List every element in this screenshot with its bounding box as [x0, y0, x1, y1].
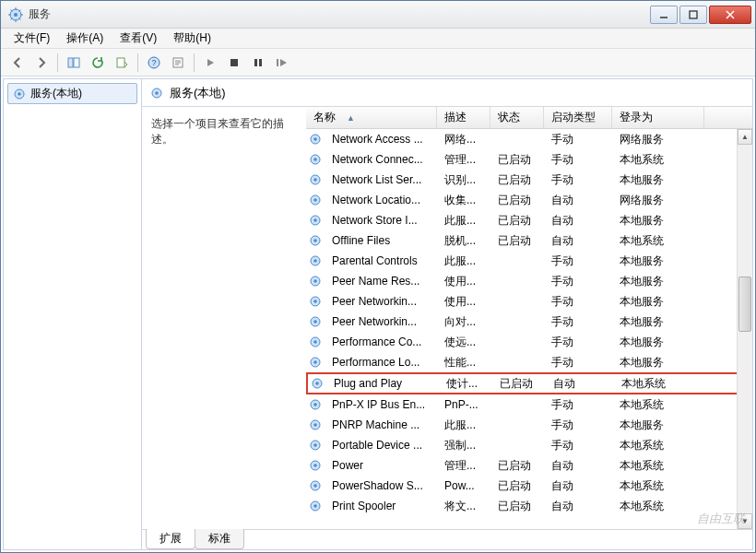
table-row[interactable]: Network Locatio...收集...已启动自动网络服务 [306, 190, 752, 210]
cell-login: 本地系统 [614, 458, 706, 474]
scroll-down-button[interactable]: ▼ [738, 513, 752, 529]
table-row[interactable]: Network Access ...网络...手动网络服务 [306, 129, 752, 149]
table-row[interactable]: Parental Controls此服...手动本地服务 [306, 251, 752, 271]
gear-icon [308, 253, 323, 268]
help-button[interactable]: ? [143, 52, 165, 74]
cell-desc: 脱机... [439, 233, 492, 249]
menu-file[interactable]: 文件(F) [6, 29, 57, 48]
svg-point-20 [313, 158, 317, 161]
cell-start: 自动 [546, 478, 614, 494]
column-header-status[interactable]: 状态 [490, 107, 544, 128]
cell-login: 本地服务 [614, 172, 706, 188]
cell-name: Print Spooler [326, 500, 439, 512]
table-row[interactable]: PnP-X IP Bus En...PnP-...手动本地系统 [306, 394, 752, 415]
cell-login: 本地服务 [614, 418, 706, 433]
maximize-button[interactable] [679, 6, 707, 24]
column-header-desc[interactable]: 描述 [437, 107, 490, 128]
forward-button[interactable] [30, 52, 53, 74]
cell-name: Performance Lo... [326, 356, 439, 369]
right-body: 选择一个项目来查看它的描述。 名称▲ 描述 状态 启动类型 登录为 Networ… [142, 107, 752, 529]
table-row[interactable]: Plug and Play使计...已启动自动本地系统 [306, 372, 752, 394]
cell-name: Network Connec... [326, 153, 439, 166]
table-row[interactable]: Peer Networkin...向对...手动本地服务 [306, 312, 752, 332]
svg-rect-11 [259, 59, 262, 66]
stop-service-button[interactable] [223, 52, 245, 74]
table-row[interactable]: Performance Co...使远...手动本地服务 [306, 332, 752, 352]
export-list-button[interactable] [111, 52, 133, 74]
table-row[interactable]: Network Store I...此服...已启动自动本地服务 [306, 210, 752, 230]
tab-extended[interactable]: 扩展 [146, 529, 195, 549]
cell-start: 自动 [546, 213, 614, 229]
column-header-login[interactable]: 登录为 [612, 107, 704, 128]
sort-asc-icon: ▲ [347, 113, 355, 123]
menu-view[interactable]: 查看(V) [112, 29, 164, 48]
gear-icon [308, 233, 323, 248]
scroll-up-button[interactable]: ▲ [738, 129, 752, 145]
svg-point-54 [313, 504, 317, 508]
gear-icon [308, 418, 323, 432]
gear-icon [308, 274, 323, 288]
table-row[interactable]: Offline Files脱机...已启动自动本地系统 [306, 230, 752, 251]
table-row[interactable]: Peer Name Res...使用...手动本地服务 [306, 271, 752, 291]
close-button[interactable] [709, 6, 751, 24]
svg-point-48 [313, 443, 317, 447]
svg-rect-9 [230, 59, 238, 66]
svg-point-26 [313, 218, 317, 222]
menu-action[interactable]: 操作(A) [59, 29, 111, 48]
refresh-button[interactable] [87, 52, 109, 74]
table-row[interactable]: Portable Device ...强制...手动本地系统 [306, 435, 752, 455]
column-header-name[interactable]: 名称▲ [306, 107, 437, 128]
table-row[interactable]: Peer Networkin...使用...手动本地服务 [306, 291, 752, 312]
tab-standard[interactable]: 标准 [195, 529, 244, 549]
cell-start: 手动 [546, 397, 614, 413]
toolbar-separator [57, 53, 58, 72]
back-button[interactable] [6, 52, 29, 74]
show-hide-tree-button[interactable] [63, 52, 85, 74]
table-row[interactable]: PNRP Machine ...此服...手动本地服务 [306, 415, 752, 435]
vertical-scrollbar[interactable]: ▲ ▼ [737, 129, 752, 529]
table-row[interactable]: Network Connec...管理...已启动手动本地系统 [306, 149, 752, 170]
gear-icon [308, 314, 323, 329]
table-row[interactable]: Network List Ser...识别...已启动手动本地服务 [306, 170, 752, 190]
cell-desc: 此服... [439, 418, 492, 433]
svg-point-32 [313, 279, 317, 283]
cell-login: 本地系统 [616, 376, 708, 392]
table-row[interactable]: PowerShadow S...Pow...已启动自动本地系统 [306, 476, 752, 496]
titlebar[interactable]: 服务 [1, 1, 755, 29]
svg-point-44 [313, 403, 317, 406]
cell-desc: PnP-... [439, 398, 492, 411]
svg-point-30 [313, 259, 317, 263]
column-header-start[interactable]: 启动类型 [544, 107, 612, 128]
svg-point-34 [313, 300, 317, 303]
table-row[interactable]: Print Spooler将文...已启动自动本地系统 [306, 496, 752, 516]
cell-name: Peer Networkin... [326, 295, 439, 308]
toolbar-separator [137, 53, 138, 72]
left-tree-pane[interactable]: 服务(本地) [4, 79, 142, 549]
svg-point-14 [18, 92, 21, 96]
menu-help[interactable]: 帮助(H) [166, 29, 219, 48]
table-row[interactable]: Performance Lo...性能...手动本地服务 [306, 352, 752, 372]
properties-button[interactable] [167, 52, 189, 74]
cell-start: 手动 [546, 314, 614, 330]
cell-desc: 管理... [439, 152, 492, 168]
svg-point-50 [313, 464, 317, 467]
cell-login: 本地服务 [614, 253, 706, 269]
scroll-thumb[interactable] [738, 276, 751, 332]
toolbar: ? [1, 49, 755, 76]
cell-login: 本地系统 [614, 152, 706, 168]
restart-service-button[interactable] [271, 52, 293, 74]
cell-name: Parental Controls [326, 254, 439, 267]
cell-desc: 使计... [441, 376, 494, 392]
minimize-button[interactable] [650, 6, 678, 24]
cell-start: 手动 [546, 418, 614, 433]
gear-icon [149, 86, 164, 100]
table-row[interactable]: Power管理...已启动自动本地系统 [306, 455, 752, 476]
cell-desc: 此服... [439, 253, 492, 269]
pause-service-button[interactable] [247, 52, 269, 74]
cell-desc: 向对... [439, 314, 492, 330]
tree-item-label: 服务(本地) [30, 86, 82, 101]
gear-icon [308, 499, 323, 513]
cell-name: Peer Networkin... [326, 315, 439, 328]
start-service-button[interactable] [199, 52, 221, 74]
tree-item-services-local[interactable]: 服务(本地) [7, 83, 137, 104]
